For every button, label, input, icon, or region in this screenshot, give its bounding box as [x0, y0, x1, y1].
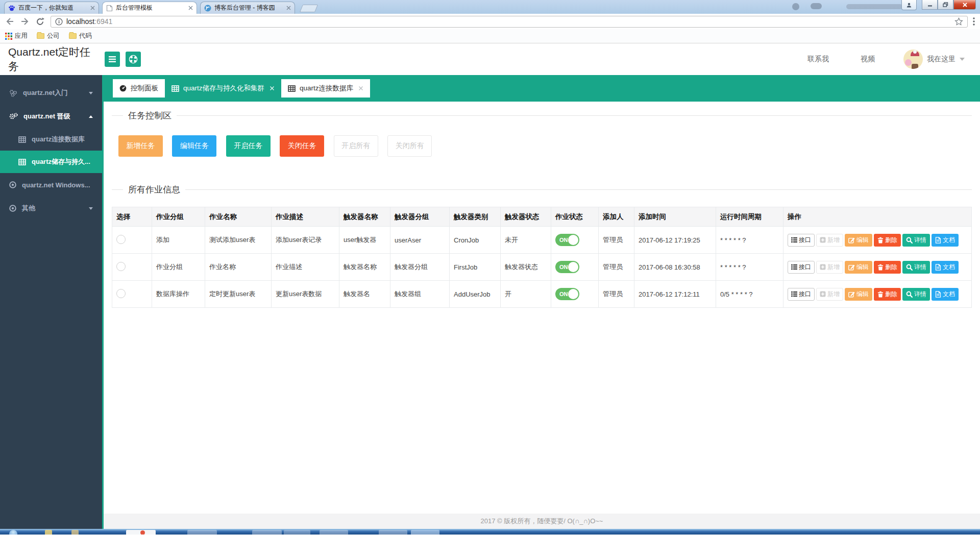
detail-button[interactable]: 详情 — [902, 234, 930, 247]
tab-connect-db[interactable]: quartz连接数据库 — [281, 79, 370, 98]
column-header: 添加时间 — [634, 207, 716, 227]
bookmark-folder-code[interactable]: 代码 — [69, 32, 92, 40]
user-menu[interactable]: 我在这里 — [903, 50, 965, 69]
file-icon — [935, 264, 941, 271]
tab-content: 任务控制区 新增任务 编辑任务 开启任务 关闭任务 开启所有 关闭所有 所有作业… — [104, 102, 980, 514]
sidebar-toggle-button[interactable] — [105, 52, 120, 67]
detail-button[interactable]: 详情 — [902, 288, 930, 301]
refresh-icon[interactable] — [36, 17, 44, 26]
start-task-button[interactable]: 开启任务 — [226, 135, 271, 157]
edit-button[interactable]: 编辑 — [845, 234, 872, 247]
browser-tab-cnblogs[interactable]: 博客后台管理 - 博客园 — [200, 2, 295, 14]
stop-task-button[interactable]: 关闭任务 — [280, 135, 324, 157]
sidebar-item-storage-cluster[interactable]: quartz储存与持久... — [0, 151, 102, 173]
taskbar-app[interactable] — [187, 530, 217, 534]
action-label: 接口 — [799, 263, 811, 272]
sidebar-item-intro[interactable]: quartz.net入门 — [0, 81, 102, 105]
add-task-button[interactable]: 新增任务 — [118, 135, 163, 157]
taskbar-icon[interactable] — [140, 530, 145, 534]
start-all-button[interactable]: 开启所有 — [334, 135, 378, 157]
sidebar-item-windows[interactable]: quartz.net Windows... — [0, 173, 102, 197]
row-select-radio[interactable] — [116, 235, 126, 244]
close-icon[interactable] — [270, 86, 275, 91]
taskbar-app[interactable] — [411, 530, 439, 534]
taskbar-app[interactable] — [284, 530, 310, 534]
close-icon[interactable] — [358, 86, 363, 91]
doc-button[interactable]: 文档 — [932, 234, 959, 247]
action-label: 编辑 — [856, 263, 869, 272]
tab-storage-cluster[interactable]: quartz储存与持久化和集群 — [165, 79, 281, 98]
cell-desc: 作业描述 — [272, 254, 339, 281]
add-button[interactable]: 新增 — [816, 261, 843, 274]
browser-tab-admin-template[interactable]: 后台管理模板 — [102, 2, 197, 14]
tab-label: quartz连接数据库 — [300, 84, 353, 93]
delete-button[interactable]: 删除 — [874, 234, 901, 247]
taskbar-app[interactable] — [252, 530, 282, 534]
edit-task-button[interactable]: 编辑任务 — [172, 135, 216, 157]
column-header: 运行时间周期 — [716, 207, 783, 227]
close-icon[interactable] — [188, 6, 193, 10]
job-state-toggle[interactable]: ON — [555, 234, 579, 246]
action-label: 文档 — [943, 236, 955, 245]
help-button[interactable] — [126, 52, 141, 67]
os-taskbar[interactable] — [0, 529, 980, 534]
api-button[interactable]: 接口 — [788, 288, 815, 301]
bookmark-folder-company[interactable]: 公司 — [37, 32, 60, 40]
stop-all-button[interactable]: 关闭所有 — [387, 135, 432, 157]
add-button[interactable]: 新增 — [816, 288, 843, 301]
job-state-toggle[interactable]: ON — [555, 261, 579, 273]
minimize-button[interactable] — [922, 0, 938, 10]
doc-button[interactable]: 文档 — [932, 288, 959, 301]
cogs-icon — [9, 113, 18, 120]
sidebar-item-advanced[interactable]: quartz.net 晋级 — [0, 105, 102, 128]
api-button[interactable]: 接口 — [788, 261, 815, 274]
cell-cron: * * * * * ? — [716, 227, 783, 254]
forward-icon[interactable] — [20, 17, 30, 26]
new-tab-button[interactable] — [300, 5, 318, 12]
sidebar-item-connect-db[interactable]: quartz连接数据库 — [0, 128, 102, 151]
address-bar[interactable]: localhost:6941 — [51, 16, 968, 28]
browser-tab-baidu[interactable]: 百度一下，你就知道 — [4, 2, 99, 14]
row-select-radio[interactable] — [116, 289, 126, 298]
jobs-table-body: 添加测试添加user表添加user表记录user触发器userAserCronJ… — [112, 227, 972, 308]
column-header: 作业描述 — [272, 207, 339, 227]
restore-button[interactable] — [938, 0, 953, 10]
table-icon — [288, 85, 296, 92]
delete-button[interactable]: 删除 — [874, 288, 901, 301]
close-icon[interactable] — [286, 6, 291, 10]
taskbar-icon[interactable] — [45, 530, 52, 534]
close-icon[interactable] — [90, 6, 95, 10]
cell-desc: 添加user表记录 — [272, 227, 339, 254]
row-select-radio[interactable] — [116, 262, 126, 271]
cell-trigger_state: 开 — [501, 281, 551, 308]
api-button[interactable]: 接口 — [788, 234, 815, 247]
taskbar-app[interactable] — [320, 530, 348, 534]
taskbar-app[interactable] — [379, 530, 407, 534]
add-button[interactable]: 新增 — [816, 234, 843, 247]
browser-menu-icon[interactable] — [973, 17, 975, 26]
edit-button[interactable]: 编辑 — [845, 261, 872, 274]
th-list-icon — [791, 264, 797, 270]
delete-button[interactable]: 删除 — [874, 261, 901, 274]
edit-button[interactable]: 编辑 — [845, 288, 872, 301]
dashboard-icon — [119, 85, 127, 92]
cell-added_by: 管理员 — [599, 254, 634, 281]
video-link[interactable]: 视频 — [861, 55, 875, 64]
start-orb[interactable] — [9, 530, 17, 534]
contact-link[interactable]: 联系我 — [807, 55, 829, 64]
column-header: 操作 — [783, 207, 972, 227]
bookmark-star-icon[interactable] — [954, 17, 963, 26]
detail-button[interactable]: 详情 — [902, 261, 930, 274]
doc-button[interactable]: 文档 — [932, 261, 959, 274]
info-icon[interactable] — [55, 18, 63, 26]
sidebar-item-other[interactable]: 其他 — [0, 197, 102, 220]
page-tab-bar: 控制面板 quartz储存与持久化和集群 quartz连接数据库 — [104, 75, 980, 102]
close-button[interactable] — [953, 0, 976, 10]
profile-button[interactable] — [901, 0, 917, 10]
browser-tab-title: 博客后台管理 - 博客园 — [214, 4, 283, 12]
back-icon[interactable] — [5, 17, 14, 26]
tab-dashboard[interactable]: 控制面板 — [113, 79, 165, 98]
apps-shortcut[interactable]: 应用 — [5, 32, 28, 40]
taskbar-icon[interactable] — [71, 530, 79, 534]
job-state-toggle[interactable]: ON — [555, 288, 579, 300]
